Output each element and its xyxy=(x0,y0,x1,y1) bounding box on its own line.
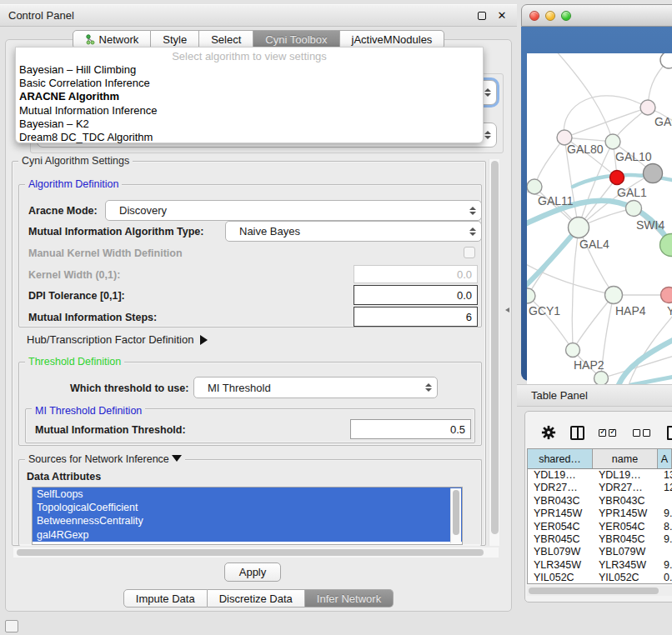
deselect-all-icon[interactable] xyxy=(633,429,653,437)
chevron-right-icon xyxy=(200,335,208,345)
table-row[interactable]: YER054CYER054C8. xyxy=(528,521,672,533)
apply-button[interactable]: Apply xyxy=(224,562,281,582)
algorithm-dropdown-popup: Select algorithm to view settings Bayesi… xyxy=(15,47,484,143)
network-node-y[interactable] xyxy=(661,288,672,303)
splitter-handle[interactable] xyxy=(505,308,509,312)
table-cell: YPR145W xyxy=(528,508,593,520)
combo-arrows-icon xyxy=(484,88,491,97)
table-panel-toolbar xyxy=(527,419,672,446)
mi-threshold-group-title: MI Threshold Definition xyxy=(32,405,145,417)
aracne-mode-label: Aracne Mode: xyxy=(28,205,98,217)
table-row[interactable]: YPR145WYPR145W9. xyxy=(528,508,672,520)
table-cell: YPR145W xyxy=(593,508,658,520)
network-node-gal1[interactable] xyxy=(610,171,624,185)
table-row[interactable]: YLR345WYLR345W9. xyxy=(528,559,672,572)
network-node-swi4[interactable] xyxy=(626,201,642,217)
minimize-window-icon[interactable] xyxy=(545,11,555,21)
mi-steps-field[interactable] xyxy=(354,307,478,327)
table-header-row: shared…nameA xyxy=(528,449,672,469)
network-canvas[interactable]: GALGAL80GAL10GAL1GAL11SWI4GAL4GCY1HAP4YH… xyxy=(527,53,672,385)
table-cell: YDR27… xyxy=(593,482,658,494)
table-row[interactable]: YDR27…YDR27…12 xyxy=(528,482,672,494)
network-node-gal[interactable] xyxy=(640,100,655,115)
table-cell: YER054C xyxy=(528,521,593,533)
network-node[interactable] xyxy=(660,53,672,68)
zoom-window-icon[interactable] xyxy=(561,11,571,21)
mi-threshold-field[interactable] xyxy=(350,419,471,439)
network-node-label: GAL1 xyxy=(617,186,647,199)
gear-icon[interactable] xyxy=(541,425,556,440)
close-window-icon[interactable] xyxy=(529,11,539,21)
dropdown-item[interactable]: Bayesian – K2 xyxy=(16,118,483,131)
mi-algorithm-type-label: Mutual Information Algorithm Type: xyxy=(28,226,203,238)
table-cell: 9. xyxy=(658,559,672,572)
table-cell: YDL19… xyxy=(593,469,658,482)
table-row[interactable]: YBR043CYBR043C xyxy=(528,495,672,508)
split-columns-icon[interactable] xyxy=(570,426,584,440)
network-node-gal4[interactable] xyxy=(569,218,589,238)
hub-definition-toggle[interactable]: Hub/Transcription Factor Definition xyxy=(27,333,208,346)
attributes-scrollbar[interactable] xyxy=(450,488,461,543)
dropdown-item[interactable]: Bayesian – Hill Climbing xyxy=(16,63,483,77)
attribute-list-item[interactable]: TopologicalCoefficient xyxy=(33,501,462,514)
attribute-list-item[interactable]: gal4RGexp xyxy=(33,528,462,542)
table-panel-titlebar: Table Panel xyxy=(517,384,672,407)
network-node-hap4[interactable] xyxy=(605,287,623,304)
threshold-definition-title: Threshold Definition xyxy=(25,356,124,368)
table-cell: YER054C xyxy=(593,521,658,533)
tab-discretize-data[interactable]: Discretize Data xyxy=(208,589,305,608)
network-node[interactable] xyxy=(594,372,609,386)
data-attributes-list[interactable]: SelfLoopsTopologicalCoefficientBetweenne… xyxy=(32,487,463,545)
settings-horizontal-scrollbar[interactable] xyxy=(13,548,499,558)
network-window-titlebar[interactable] xyxy=(521,4,672,27)
network-node-hap2[interactable] xyxy=(566,343,580,358)
combo-arrows-icon xyxy=(484,131,491,139)
table-cell: 9. xyxy=(658,508,672,520)
table-horizontal-scrollbar[interactable] xyxy=(527,586,672,596)
new-table-icon[interactable] xyxy=(667,426,672,440)
control-panel-titlebar: Control Panel ✕ xyxy=(0,4,517,27)
network-node[interactable] xyxy=(660,234,672,257)
table-row[interactable]: YIL052CYIL052C0. xyxy=(528,572,672,584)
float-panel-icon[interactable] xyxy=(475,9,489,22)
dropdown-item[interactable]: Dream8 DC_TDC Algorithm xyxy=(16,131,483,144)
network-node-label: GAL10 xyxy=(615,150,652,163)
close-panel-icon[interactable]: ✕ xyxy=(495,9,509,22)
dpi-tolerance-field[interactable] xyxy=(354,285,478,305)
mi-algorithm-type-combobox[interactable]: Naive Bayes xyxy=(225,221,482,242)
tab-infer-network[interactable]: Infer Network xyxy=(305,589,394,608)
tab-impute-data[interactable]: Impute Data xyxy=(123,589,208,608)
column-header-shared…[interactable]: shared… xyxy=(528,449,593,468)
panel-grip-icon[interactable] xyxy=(5,620,18,632)
column-header-name[interactable]: name xyxy=(593,449,658,468)
table-cell xyxy=(658,546,672,558)
table-row[interactable]: YDL19…YDL19…13 xyxy=(528,469,672,482)
table-row[interactable]: YBL079WYBL079W xyxy=(528,546,672,558)
which-threshold-combobox[interactable]: MI Threshold xyxy=(193,377,438,398)
kernel-width-label: Kernel Width (0,1): xyxy=(28,269,120,281)
table-cell: YBL079W xyxy=(593,546,658,558)
table-cell: YBR045C xyxy=(528,533,593,546)
attribute-list-item[interactable]: SelfLoops xyxy=(33,488,462,501)
dropdown-item[interactable]: Basic Correlation Inference xyxy=(16,77,483,90)
settings-vertical-scrollbar[interactable] xyxy=(489,159,499,546)
manual-kernel-width-checkbox[interactable] xyxy=(464,247,475,258)
manual-kernel-width-label: Manual Kernel Width Definition xyxy=(28,248,183,259)
network-node[interactable] xyxy=(644,164,663,183)
dropdown-item[interactable]: Mutual Information Inference xyxy=(16,104,483,118)
select-all-icon[interactable] xyxy=(599,429,619,437)
table-row[interactable]: YBR045CYBR045C9. xyxy=(528,533,672,546)
network-node-gal10[interactable] xyxy=(605,134,620,149)
network-node-label: GAL xyxy=(654,115,672,128)
column-header-A[interactable]: A xyxy=(658,449,672,468)
aracne-mode-combobox[interactable]: Discovery xyxy=(105,200,482,221)
network-node-label: HAP4 xyxy=(615,304,646,318)
dropdown-item[interactable]: ARACNE Algorithm xyxy=(16,90,483,103)
network-view-frame: GALGAL80GAL10GAL1GAL11SWI4GAL4GCY1HAP4YH… xyxy=(521,27,672,381)
sources-group-title[interactable]: Sources for Network Inference xyxy=(25,453,185,465)
attribute-list-item[interactable]: BetweennessCentrality xyxy=(33,514,462,528)
node-attribute-table[interactable]: shared…nameA YDL19…YDL19…13YDR27…YDR27…1… xyxy=(527,448,672,584)
kernel-width-field[interactable] xyxy=(354,265,478,283)
network-node-gal11[interactable] xyxy=(527,179,542,194)
control-panel-bottom-tabs: Impute DataDiscretize DataInfer Network xyxy=(0,589,517,608)
